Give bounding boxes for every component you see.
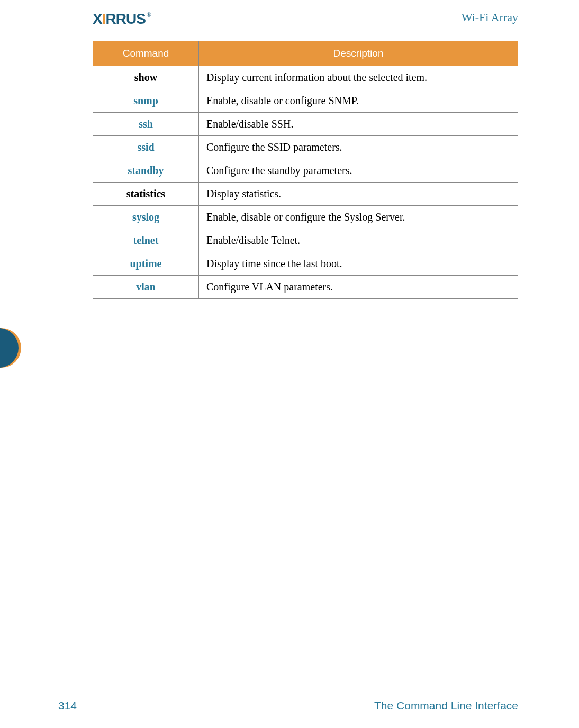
command-cell[interactable]: vlan [136,281,156,293]
command-cell[interactable]: syslog [132,211,159,223]
description-cell: Display current information about the se… [199,66,518,89]
command-cell[interactable]: ssid [137,141,154,153]
command-table: Command Description show Display current… [93,41,518,299]
table-row: standby Configure the standby parameters… [93,159,518,183]
page-footer: 314 The Command Line Interface [58,694,518,712]
table-header-row: Command Description [93,41,518,66]
table-row: ssid Configure the SSID parameters. [93,136,518,159]
table-row: snmp Enable, disable or configure SNMP. [93,89,518,113]
page-header: XIRRUS® Wi-Fi Array [93,11,518,28]
command-cell[interactable]: snmp [133,95,158,106]
table-row: uptime Display time since the last boot. [93,252,518,276]
command-cell[interactable]: uptime [130,258,162,269]
footer-content: 314 The Command Line Interface [58,699,518,712]
command-cell[interactable]: standby [128,165,164,176]
logo-text: XIRRUS [93,11,146,28]
table-row: show Display current information about t… [93,66,518,89]
document-page: XIRRUS® Wi-Fi Array Command Description … [0,0,579,728]
table-row: syslog Enable, disable or configure the … [93,206,518,229]
description-cell: Enable/disable Telnet. [199,229,518,252]
side-tab-decoration [0,328,32,368]
table-row: telnet Enable/disable Telnet. [93,229,518,252]
header-command: Command [93,41,199,66]
command-cell: show [134,71,157,83]
table-row: statistics Display statistics. [93,183,518,206]
header-title: Wi-Fi Array [462,11,518,24]
logo-registered: ® [147,11,151,19]
description-cell: Enable/disable SSH. [199,113,518,136]
table-row: vlan Configure VLAN parameters. [93,276,518,299]
command-cell[interactable]: ssh [139,118,153,130]
description-cell: Enable, disable or configure SNMP. [199,89,518,113]
command-cell[interactable]: telnet [133,234,159,246]
page-number: 314 [58,699,77,712]
description-cell: Configure the standby parameters. [199,159,518,183]
footer-section-title: The Command Line Interface [374,699,518,712]
header-description: Description [199,41,518,66]
description-cell: Display statistics. [199,183,518,206]
command-cell: statistics [126,188,165,199]
description-cell: Display time since the last boot. [199,252,518,276]
table-body: show Display current information about t… [93,66,518,299]
description-cell: Configure VLAN parameters. [199,276,518,299]
description-cell: Enable, disable or configure the Syslog … [199,206,518,229]
footer-divider [58,694,518,694]
table-row: ssh Enable/disable SSH. [93,113,518,136]
description-cell: Configure the SSID parameters. [199,136,518,159]
xirrus-logo: XIRRUS® [93,11,151,28]
